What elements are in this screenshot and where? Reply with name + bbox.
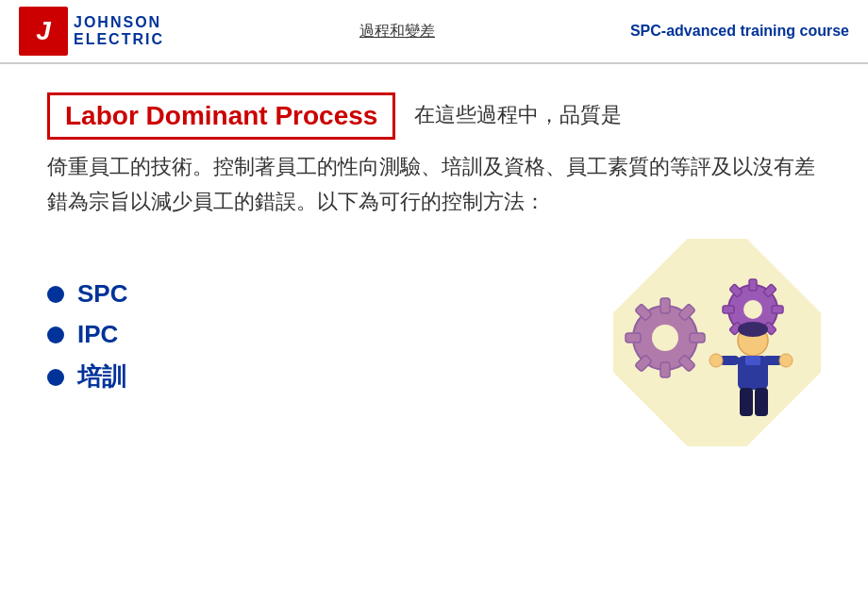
bullet-dot-training bbox=[47, 369, 64, 386]
list-item: 培訓 bbox=[47, 360, 127, 393]
lower-area: SPC IPC 培訓 bbox=[47, 239, 821, 446]
svg-rect-29 bbox=[755, 388, 768, 416]
svg-rect-4 bbox=[660, 362, 670, 377]
svg-point-26 bbox=[709, 354, 723, 367]
logo-johnson: JOHNSON bbox=[74, 14, 164, 31]
logo-electric: ELECTRIC bbox=[74, 31, 164, 48]
main-content: Labor Dominant Process 在這些過程中，品質是 倚重員工的技… bbox=[0, 64, 868, 465]
svg-rect-16 bbox=[723, 306, 734, 313]
bullet-dot-spc bbox=[47, 286, 64, 303]
list-item: SPC bbox=[47, 279, 127, 309]
body-paragraph: 倚重員工的技術。控制著員工的性向測驗、培訓及資格、員工素質的等評及以沒有差錯為宗… bbox=[47, 149, 821, 220]
svg-rect-3 bbox=[660, 298, 670, 313]
bullet-dot-ipc bbox=[47, 326, 64, 343]
bullet-label-training: 培訓 bbox=[77, 360, 126, 393]
illustration-svg bbox=[613, 239, 821, 446]
header-right-text: SPC-advanced training course bbox=[630, 23, 849, 40]
svg-point-12 bbox=[743, 300, 762, 319]
bullet-label-spc: SPC bbox=[77, 279, 127, 309]
logo-j-letter: J bbox=[36, 18, 51, 44]
title-badge: Labor Dominant Process bbox=[47, 92, 395, 140]
svg-rect-28 bbox=[740, 388, 753, 416]
title-row: Labor Dominant Process 在這些過程中，品質是 bbox=[47, 92, 821, 140]
svg-rect-5 bbox=[690, 333, 705, 343]
bullet-label-ipc: IPC bbox=[77, 320, 118, 349]
logo-area: J JOHNSON ELECTRIC bbox=[19, 7, 164, 56]
intro-text-inline: 在這些過程中，品質是 bbox=[414, 92, 622, 131]
illustration bbox=[613, 239, 821, 446]
svg-rect-30 bbox=[745, 356, 760, 365]
header-center-text: 過程和變差 bbox=[359, 22, 435, 42]
logo-text-block: JOHNSON ELECTRIC bbox=[74, 14, 164, 47]
svg-rect-13 bbox=[749, 279, 757, 291]
logo-box: J bbox=[19, 7, 68, 56]
svg-point-22 bbox=[738, 322, 768, 337]
title-badge-text: Labor Dominant Process bbox=[65, 101, 377, 130]
bullet-list: SPC IPC 培訓 bbox=[47, 279, 127, 405]
page-header: J JOHNSON ELECTRIC 過程和變差 SPC-advanced tr… bbox=[0, 0, 868, 64]
svg-rect-15 bbox=[772, 306, 783, 313]
svg-point-2 bbox=[652, 325, 678, 351]
list-item: IPC bbox=[47, 320, 127, 349]
svg-rect-6 bbox=[626, 333, 641, 343]
svg-point-27 bbox=[779, 354, 793, 367]
